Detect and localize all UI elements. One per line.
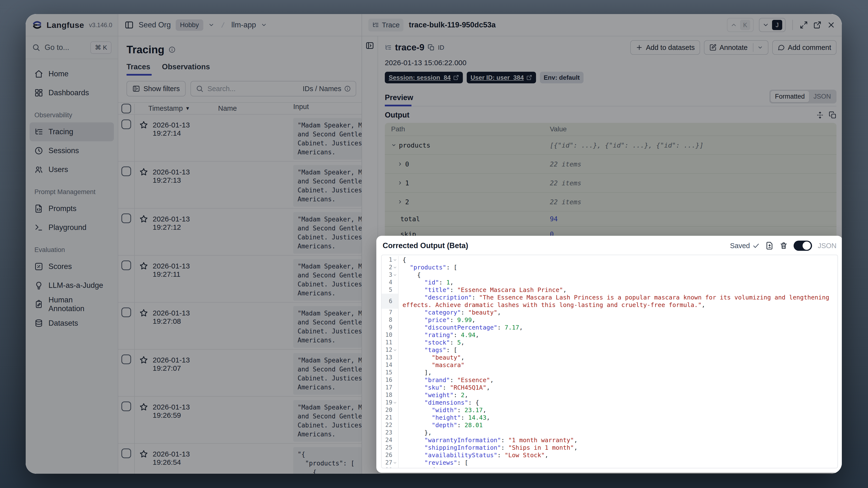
json-key: "shippingInformation": [424, 444, 501, 451]
json-punct: ,: [461, 354, 465, 361]
code-content: "title": "Essence Mascara Lash Prince",: [399, 286, 837, 294]
line-number: 26: [385, 451, 392, 459]
line-number: 10: [385, 331, 392, 339]
desktop-background: Langfuse v3.146.0 Go to... ⌘ K HomeDashb…: [0, 0, 868, 488]
fold-slot-empty: [393, 288, 397, 292]
json-punct: [403, 362, 432, 369]
code-line: 16 "brand": "Essence",: [382, 376, 837, 384]
json-punct: ,: [475, 332, 479, 338]
json-editor[interactable]: 1{2 "products": [3 {4 "id": 1,5 "title":…: [381, 255, 838, 468]
json-punct: :: [501, 437, 508, 444]
code-line: 5 "title": "Essence Mascara Lash Prince"…: [382, 286, 837, 294]
json-punct: ,: [574, 437, 578, 444]
json-key: "rating": [424, 332, 454, 338]
json-key: "tags": [424, 346, 446, 354]
fold-toggle-icon[interactable]: [393, 461, 397, 465]
fold-toggle-icon[interactable]: [393, 258, 397, 262]
json-number: 7.17: [504, 324, 519, 331]
line-number: 18: [385, 391, 392, 399]
json-punct: ,: [574, 444, 578, 451]
json-number: 2: [461, 392, 465, 399]
line-number: 19: [385, 399, 392, 406]
code-content: "availabilityStatus": "Low Stock",: [399, 451, 837, 459]
json-punct: [403, 354, 432, 361]
json-punct: [403, 392, 424, 399]
code-line: 20 "width": 23.17,: [382, 406, 837, 414]
diff-file-icon[interactable]: [766, 242, 774, 250]
fold-slot-empty: [393, 431, 397, 435]
json-punct: ,: [490, 376, 494, 384]
code-line: 19 "dimensions": {: [382, 399, 837, 406]
fold-slot-empty: [393, 326, 397, 330]
json-punct: },: [403, 429, 432, 436]
code-content: "rating": 4.94,: [399, 331, 837, 339]
line-gutter: 13: [382, 354, 399, 361]
json-punct: ,: [497, 309, 501, 316]
delete-icon[interactable]: [780, 242, 788, 250]
line-number: 3: [389, 271, 392, 279]
fold-toggle-icon[interactable]: [393, 273, 397, 277]
json-punct: [403, 309, 424, 316]
line-gutter: 17: [382, 384, 399, 391]
json-key: "height": [432, 414, 461, 421]
line-number: 28: [385, 466, 392, 468]
code-line: 27 "reviews": [: [382, 459, 837, 466]
line-gutter: 4: [382, 279, 399, 286]
code-content: "tags": [: [399, 346, 837, 354]
code-line: 4 "id": 1,: [382, 279, 837, 286]
line-gutter: 23: [382, 429, 399, 436]
line-gutter: 7: [382, 309, 399, 316]
json-punct: [403, 339, 424, 346]
json-string: "Ships in 1 month": [508, 444, 574, 451]
json-key: "weight": [424, 392, 454, 399]
line-gutter: 2: [382, 264, 399, 271]
code-content: "reviews": [: [399, 459, 837, 466]
json-punct: :: [461, 414, 468, 421]
line-number: 23: [385, 429, 392, 436]
json-punct: [403, 414, 432, 421]
code-content: "beauty",: [399, 354, 837, 361]
json-punct: :: [461, 309, 468, 316]
json-string: "RCH45Q1A": [450, 384, 487, 391]
line-gutter: 26: [382, 451, 399, 459]
json-toggle[interactable]: [794, 241, 812, 251]
code-content: "mascara": [399, 361, 837, 369]
json-punct: ],: [403, 369, 432, 376]
json-punct: :: [450, 376, 457, 384]
line-gutter: 28: [382, 466, 399, 468]
code-content: "warrantyInformation": "1 month warranty…: [399, 436, 837, 444]
json-punct: :: [450, 286, 457, 294]
code-line: 2 "products": [: [382, 264, 837, 271]
line-gutter: 19: [382, 399, 399, 406]
line-number: 24: [385, 436, 392, 444]
code-line: 15 ],: [382, 369, 837, 376]
fold-slot-empty: [393, 416, 397, 420]
line-gutter: 16: [382, 376, 399, 384]
code-line: 3 {: [382, 271, 837, 279]
json-punct: :: [497, 324, 504, 331]
json-punct: :: [439, 279, 446, 286]
line-number: 21: [385, 414, 392, 421]
code-content: "id": 1,: [399, 279, 837, 286]
json-key: "brand": [424, 376, 450, 384]
line-number: 16: [385, 376, 392, 384]
json-number: 23.17: [465, 406, 483, 414]
json-punct: ,: [483, 406, 486, 414]
json-punct: [403, 294, 424, 301]
fold-toggle-icon[interactable]: [393, 265, 397, 270]
json-number: 5: [457, 339, 461, 346]
json-key: "warrantyInformation": [424, 437, 501, 444]
json-punct: :: [450, 339, 457, 346]
fold-toggle-icon[interactable]: [393, 348, 397, 352]
fold-toggle-icon[interactable]: [393, 400, 397, 405]
json-string: "1 month warranty": [508, 437, 574, 444]
json-punct: {: [403, 256, 406, 264]
code-line: 7 "category": "beauty",: [382, 309, 837, 316]
json-punct: [403, 279, 424, 286]
line-number: 17: [385, 384, 392, 391]
line-number: 2: [389, 264, 392, 271]
json-punct: [403, 422, 432, 429]
json-string: "Low Stock": [504, 452, 545, 459]
json-punct: [403, 324, 424, 331]
fold-toggle-icon[interactable]: [393, 468, 397, 468]
